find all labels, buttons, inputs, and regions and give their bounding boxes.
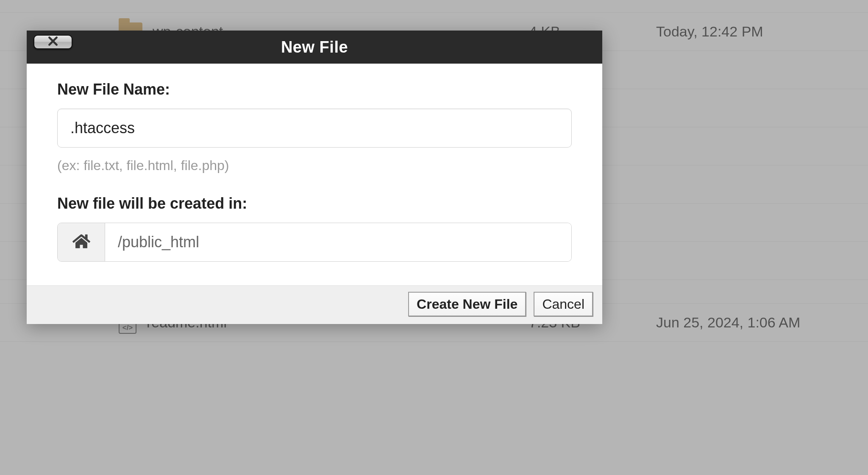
close-icon	[47, 36, 58, 48]
dialog-footer: Create New File Cancel	[27, 285, 602, 324]
new-file-dialog: New File New File Name: (ex: file.txt, f…	[27, 31, 602, 324]
cancel-button[interactable]: Cancel	[534, 292, 593, 316]
filename-input[interactable]	[57, 109, 572, 148]
create-new-file-button[interactable]: Create New File	[408, 292, 526, 316]
home-button[interactable]	[58, 223, 105, 261]
close-button[interactable]	[33, 35, 72, 49]
file-date: Jun 25, 2024, 1:06 AM	[656, 314, 868, 331]
dialog-title-text: New File	[281, 38, 348, 56]
filename-hint: (ex: file.txt, file.html, file.php)	[57, 158, 572, 173]
path-input-group	[57, 223, 572, 262]
home-icon	[72, 232, 90, 252]
table-row	[0, 0, 868, 13]
dialog-title: New File	[27, 31, 602, 64]
file-date: Today, 12:42 PM	[656, 23, 868, 40]
path-label: New file will be created in:	[57, 195, 572, 212]
filename-label: New File Name:	[57, 81, 572, 98]
path-input[interactable]	[105, 223, 571, 261]
dialog-body: New File Name: (ex: file.txt, file.html,…	[27, 64, 602, 285]
